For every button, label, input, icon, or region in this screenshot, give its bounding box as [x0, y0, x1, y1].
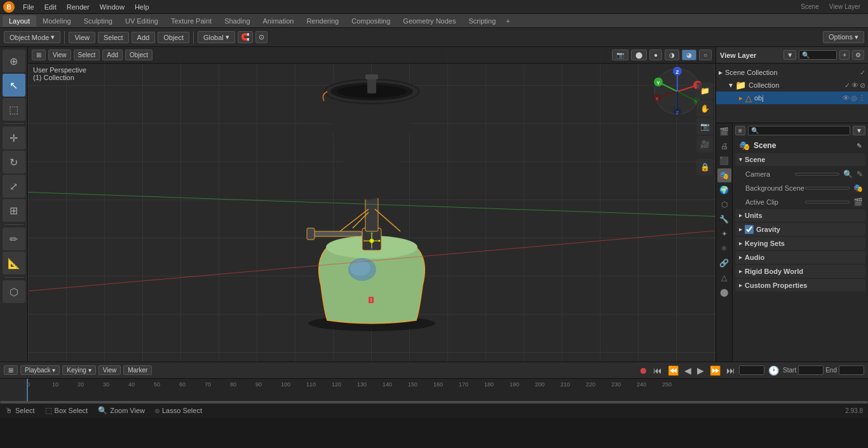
- prop-tab-output[interactable]: 🖨: [717, 139, 731, 153]
- outliner-add-button[interactable]: +: [839, 50, 850, 60]
- camera-edit-icon[interactable]: ✎: [857, 170, 863, 179]
- prop-section-rigid-body[interactable]: ▸ Rigid Body World: [735, 265, 865, 278]
- prop-tab-physics[interactable]: ⚛: [717, 241, 731, 255]
- prop-tab-view-layer[interactable]: ⬛: [717, 154, 731, 168]
- obj-eye-icon[interactable]: 👁: [843, 94, 850, 102]
- viewport-gizmo[interactable]: X X Y Y Z Z: [652, 66, 703, 117]
- outliner-collection[interactable]: ▾ 📁 Collection ✓ 👁 ⊘: [716, 79, 868, 92]
- select-button[interactable]: Select: [98, 32, 129, 43]
- add-button[interactable]: Add: [132, 32, 156, 43]
- scale-tool-button[interactable]: ⤢: [3, 175, 25, 198]
- properties-search-input[interactable]: [748, 126, 850, 135]
- object-button[interactable]: Object: [158, 32, 189, 43]
- prop-tab-material[interactable]: ⬤: [717, 285, 731, 299]
- timeline-play-button[interactable]: ▶: [695, 365, 706, 376]
- collection-hide-icon[interactable]: 👁: [851, 81, 858, 89]
- menu-file[interactable]: File: [18, 2, 39, 12]
- timeline-start-input[interactable]: 1: [798, 365, 824, 375]
- viewport-object-menu[interactable]: Object: [125, 50, 153, 60]
- prop-tab-data[interactable]: △: [717, 271, 731, 285]
- prop-background-value[interactable]: [805, 187, 850, 189]
- prop-tab-object[interactable]: ⬡: [717, 198, 731, 212]
- scene-edit-icon[interactable]: ✎: [857, 142, 862, 149]
- snap-button[interactable]: 🧲: [238, 31, 253, 43]
- viewport-shading-rendered[interactable]: ●: [649, 50, 662, 60]
- viewport-render-preview-button[interactable]: 🎥: [696, 136, 713, 153]
- tab-rendering[interactable]: Rendering: [300, 15, 345, 27]
- timeline-step-back-button[interactable]: ⏪: [666, 365, 681, 376]
- add-workspace-button[interactable]: +: [502, 16, 513, 26]
- viewport-shading-solid[interactable]: ◕: [682, 50, 696, 60]
- properties-options-button[interactable]: ▼: [853, 126, 865, 135]
- prop-section-audio[interactable]: ▸ Audio: [735, 251, 865, 264]
- outliner-obj[interactable]: ▸ △ obj 👁 ◎ ⋮: [716, 92, 868, 104]
- options-button[interactable]: Options ▾: [823, 31, 864, 43]
- menu-edit[interactable]: Edit: [39, 2, 62, 12]
- prop-section-gravity[interactable]: ▸ Gravity: [735, 223, 865, 236]
- viewport-editor-type-button[interactable]: ⊞: [32, 50, 46, 60]
- timeline-clock-button[interactable]: 🕐: [766, 365, 781, 376]
- obj-render-icon[interactable]: ◎: [851, 94, 857, 102]
- cursor-tool-button[interactable]: ⊕: [3, 50, 25, 72]
- prop-tab-render[interactable]: 🎬: [717, 125, 731, 139]
- prop-active-clip-value[interactable]: [805, 201, 850, 203]
- transform-tool-button[interactable]: ⊞: [3, 199, 25, 222]
- timeline-frame-input[interactable]: 1: [739, 365, 764, 375]
- add-primitive-button[interactable]: ⬡: [3, 280, 25, 303]
- annotate-button[interactable]: ✏: [3, 227, 25, 250]
- tab-sculpting[interactable]: Sculpting: [78, 15, 119, 27]
- viewport-shading-wireframe[interactable]: ○: [699, 50, 712, 60]
- tab-texture-paint[interactable]: Texture Paint: [165, 15, 218, 27]
- timeline-step-forward-button[interactable]: ⏩: [708, 365, 722, 376]
- prop-tab-constraints[interactable]: 🔗: [717, 256, 731, 270]
- prop-tab-particles[interactable]: ✦: [717, 227, 731, 241]
- collection-exclude-icon[interactable]: ⊘: [860, 81, 865, 90]
- tab-shading[interactable]: Shading: [218, 15, 256, 27]
- clip-icon[interactable]: 🎬: [853, 198, 863, 207]
- timeline-scrollbar-thumb[interactable]: [0, 401, 868, 404]
- viewport-camera-button[interactable]: 📷: [612, 50, 628, 60]
- timeline-keying-button[interactable]: Keying ▾: [62, 365, 95, 375]
- viewport-select-menu[interactable]: Select: [74, 50, 100, 60]
- viewport-collection-visibility-button[interactable]: 📁: [696, 83, 713, 99]
- viewport-pan-button[interactable]: ✋: [696, 100, 713, 117]
- menu-help[interactable]: Help: [130, 2, 154, 12]
- viewport-lock-button[interactable]: 🔒: [696, 159, 713, 175]
- proportional-edit-button[interactable]: ⊙: [255, 31, 268, 43]
- prop-tab-scene[interactable]: 🎭: [717, 168, 731, 182]
- timeline-editor-type-button[interactable]: ⊞: [4, 365, 18, 375]
- tab-animation[interactable]: Animation: [257, 15, 301, 27]
- viewport-overlay-button[interactable]: ⬤: [631, 50, 647, 60]
- menu-window[interactable]: Window: [95, 2, 130, 12]
- prop-tab-modifiers[interactable]: 🔧: [717, 212, 731, 226]
- exclude-icon[interactable]: ✓: [860, 69, 865, 77]
- collection-vis-icon[interactable]: ✓: [844, 81, 850, 90]
- move-tool-button[interactable]: ✛: [3, 126, 25, 149]
- view-button[interactable]: View: [69, 32, 95, 43]
- outliner-search-input[interactable]: [799, 50, 837, 60]
- tab-layout[interactable]: Layout: [3, 15, 36, 27]
- viewport-camera-view-button[interactable]: 📷: [696, 118, 713, 135]
- camera-search-icon[interactable]: 🔍: [843, 170, 853, 179]
- timeline-view-button[interactable]: View: [98, 365, 121, 375]
- timeline-marker-button[interactable]: Marker: [123, 365, 152, 375]
- prop-tab-world[interactable]: 🌍: [717, 183, 731, 197]
- properties-filter-button[interactable]: ≡: [735, 126, 745, 135]
- prop-section-custom-props[interactable]: ▸ Custom Properties: [735, 279, 865, 292]
- viewport-shading-material[interactable]: ◑: [665, 50, 679, 60]
- select-tool-button[interactable]: ↖: [3, 74, 25, 97]
- measure-button[interactable]: 📐: [3, 252, 25, 275]
- viewport[interactable]: ⊞ View Select Add Object 📷 ⬤ ● ◑ ◕ ○ Use…: [28, 47, 715, 362]
- timeline-track[interactable]: 0 10 20 30 40 50 60 70 80 90 100 110 120…: [0, 379, 868, 404]
- box-select-button[interactable]: ⬚: [3, 98, 25, 121]
- global-button[interactable]: Global ▾: [198, 31, 235, 43]
- prop-camera-value[interactable]: [795, 173, 839, 175]
- tab-compositing[interactable]: Compositing: [345, 15, 397, 27]
- outliner-settings-button[interactable]: ⚙: [852, 50, 864, 60]
- gravity-checkbox[interactable]: [745, 225, 754, 234]
- tab-modeling[interactable]: Modeling: [36, 15, 78, 27]
- tab-scripting[interactable]: Scripting: [462, 15, 502, 27]
- tab-geometry-nodes[interactable]: Geometry Nodes: [397, 15, 462, 27]
- prop-section-keying-sets[interactable]: ▸ Keying Sets: [735, 237, 865, 250]
- timeline-play-reverse-button[interactable]: ◀: [682, 365, 693, 376]
